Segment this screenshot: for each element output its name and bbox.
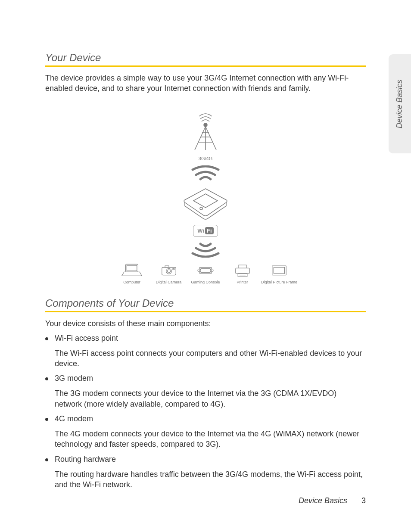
svg-rect-9	[127, 265, 137, 271]
list-item: Routing hardware The routing hardware ha…	[45, 455, 366, 490]
svg-rect-13	[165, 266, 169, 268]
svg-point-11	[166, 268, 171, 274]
device-printer: Printer	[226, 262, 259, 284]
footer-section: Device Basics	[299, 496, 347, 505]
device-label: Computer	[123, 280, 140, 284]
device-label: Digital Picture Frame	[261, 280, 297, 284]
page-footer: Device Basics 3	[299, 496, 366, 505]
component-desc: The routing hardware handles traffic bet…	[55, 469, 366, 490]
camera-icon	[157, 262, 181, 277]
component-desc: The Wi-Fi access point connects your com…	[55, 348, 366, 369]
device-row: Computer Digital Camera	[115, 262, 296, 284]
components-list: Wi-Fi access point The Wi-Fi access poin…	[45, 334, 366, 490]
hotspot-device-icon	[180, 185, 231, 221]
cell-tower-icon	[186, 109, 225, 153]
picture-frame-icon	[268, 262, 291, 277]
component-name: Routing hardware	[55, 455, 366, 464]
list-item: Wi-Fi access point The Wi-Fi access poin…	[45, 334, 366, 369]
device-label: Gaming Console	[191, 280, 220, 284]
heading-components: Components of Your Device	[45, 297, 366, 312]
svg-rect-24	[274, 267, 284, 273]
footer-page-number: 3	[361, 496, 366, 505]
laptop-icon	[120, 262, 143, 277]
printer-icon	[231, 262, 254, 277]
wifi-badge-fi: Fi	[205, 227, 214, 234]
component-name: 3G modem	[55, 374, 366, 383]
device-camera: Digital Camera	[152, 262, 186, 284]
page-content: Your Device The device provides a simple…	[0, 0, 411, 490]
heading-your-device: Your Device	[45, 52, 366, 67]
device-console: Gaming Console	[189, 262, 222, 284]
side-tab-label: Device Basics	[395, 79, 405, 128]
wifi-waves-down-icon	[190, 240, 221, 258]
component-name: 4G modem	[55, 414, 366, 423]
svg-rect-16	[201, 268, 210, 272]
device-label: Printer	[237, 280, 248, 284]
svg-line-3	[206, 127, 216, 150]
component-desc: The 3G modem connects your device to the…	[55, 388, 366, 409]
component-desc: The 4G modem connects your device to the…	[55, 429, 366, 450]
svg-line-2	[195, 127, 206, 150]
list-item: 4G modem The 4G modem connects your devi…	[45, 414, 366, 450]
side-tab: Device Basics	[389, 54, 411, 153]
intro-your-device: The device provides a simple way to use …	[45, 73, 366, 94]
component-name: Wi-Fi access point	[55, 334, 366, 343]
wifi-waves-up-icon	[190, 165, 221, 183]
svg-rect-20	[239, 265, 246, 268]
list-item: 3G modem The 3G modem connects your devi…	[45, 374, 366, 409]
intro-components: Your device consists of these main compo…	[45, 318, 366, 329]
svg-rect-19	[235, 268, 249, 274]
device-computer: Computer	[115, 262, 149, 284]
gaming-console-icon	[194, 262, 217, 277]
wifi-badge-wi: Wi	[197, 227, 204, 234]
svg-rect-14	[173, 268, 174, 270]
svg-point-12	[167, 270, 170, 273]
connectivity-diagram: 3G/4G Wi Fi	[115, 109, 296, 284]
device-label: Digital Camera	[156, 280, 182, 284]
tower-label: 3G/4G	[115, 156, 296, 161]
device-frame: Digital Picture Frame	[262, 262, 296, 284]
wifi-badge: Wi Fi	[193, 225, 218, 237]
svg-point-0	[204, 123, 207, 127]
